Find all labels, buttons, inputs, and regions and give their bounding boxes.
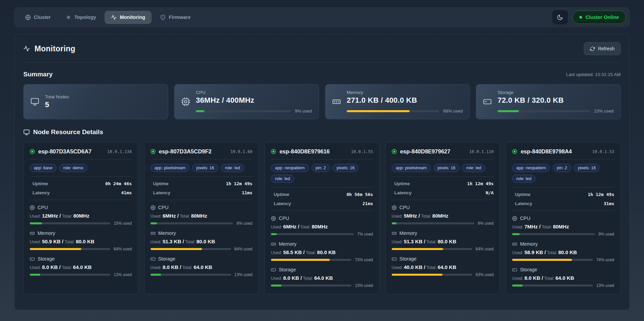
node-name: esp-807D3A5CD6A7: [38, 148, 92, 155]
progress-track: [512, 233, 595, 235]
summary-card: Memory 271.0 KB / 400.0 KB 68% used: [325, 84, 470, 119]
memory-icon: [271, 242, 276, 247]
progress-track: [30, 222, 110, 224]
resource-progress: 15% used: [30, 221, 132, 226]
summary-progress: 68% used: [347, 108, 463, 114]
progress-fill: [151, 222, 157, 224]
activity-icon: [111, 15, 117, 20]
activity-icon: [23, 45, 30, 52]
uptime-label: Uptime: [515, 192, 530, 197]
theme-toggle-button[interactable]: [552, 10, 568, 24]
resource-progress: 13% used: [512, 283, 614, 288]
uptime-value: 1h 12m 49s: [467, 181, 493, 186]
uptime-label: Uptime: [32, 181, 48, 186]
progress-track: [512, 259, 593, 261]
summary-card-label: Memory: [347, 90, 463, 95]
total-value: 80MHz: [553, 224, 569, 229]
node-header: esp-807D3A5CD9F2 10.0.1.60: [151, 148, 253, 155]
percent-used-label: 64% used: [476, 247, 493, 251]
resource-section: Storage Used: 8.0 KB / Total: 64.0 KB 13…: [30, 256, 132, 277]
monitor-icon: [23, 129, 30, 135]
used-value: 50.9 KB: [42, 239, 62, 244]
tab-firmware[interactable]: Firmware: [154, 11, 197, 24]
summary-heading: Summary: [23, 71, 53, 78]
cpu-icon: [512, 216, 517, 221]
progress-fill: [271, 233, 277, 235]
progress-track: [271, 285, 351, 287]
percent-used-label: 7% used: [357, 232, 373, 237]
latency-row: Latency 21ms: [271, 201, 373, 206]
node-card: esp-840D8E979627 10.0.1.110 app: pixelst…: [385, 142, 500, 294]
resource-usage: Used: 8.0 KB / Total: 64.0 KB: [30, 264, 132, 270]
asterisk-icon: [66, 15, 71, 20]
nodes-heading: Node Resource Details: [33, 128, 103, 136]
cluster-status-badge[interactable]: Cluster Online: [572, 10, 626, 24]
node-tag: role: led: [462, 164, 485, 172]
resource-name: Storage: [158, 256, 176, 262]
resource-section: CPU Used: 6MHz / Total: 80MHz 7% used: [271, 216, 373, 237]
used-value: 51.3 KB: [404, 239, 424, 244]
resource-section: CPU Used: 7MHz / Total: 80MHz 9% used: [512, 216, 614, 237]
progress-fill: [392, 274, 442, 276]
resource-usage: Used: 7MHz / Total: 80MHz: [512, 224, 614, 229]
uptime-row: Uptime 0h 56m 56s: [271, 192, 373, 197]
percent-used-label: 64% used: [114, 247, 132, 251]
percent-used-label: 23% used: [594, 108, 614, 114]
node-online-dot-icon: [271, 149, 276, 154]
progress-track: [271, 259, 351, 261]
latency-value: 31ms: [604, 201, 614, 206]
refresh-button[interactable]: Refresh: [584, 42, 621, 55]
tab-topology[interactable]: Topology: [59, 11, 102, 24]
nodes-header: Node Resource Details: [23, 128, 621, 136]
resource-name: CPU: [520, 216, 530, 221]
shield-icon: [160, 15, 166, 20]
used-value: 5MHz: [404, 213, 418, 219]
node-name: esp-807D3A5CD9F2: [159, 148, 212, 155]
nodes-grid: esp-807D3A5CD6A7 10.0.1.134 app: baserol…: [23, 142, 621, 294]
divider: [151, 159, 253, 159]
divider: [151, 200, 253, 200]
resource-progress: 64% used: [392, 247, 494, 251]
node-card: esp-840D8E979616 10.0.1.55 app: neopatte…: [264, 142, 380, 294]
resource-progress: 13% used: [30, 272, 132, 277]
progress-fill: [347, 110, 410, 112]
resource-name: Memory: [279, 241, 296, 247]
percent-used-label: 64% used: [234, 247, 252, 251]
progress-track: [30, 274, 110, 276]
node-tags: app: baserole: demo: [30, 164, 132, 172]
node-tag: pixels: 16: [434, 164, 460, 172]
node-ip: 10.0.1.134: [107, 149, 132, 154]
resource-usage: Used: 6MHz / Total: 80MHz: [271, 224, 373, 229]
uptime-label: Uptime: [153, 181, 169, 186]
latency-row: Latency 31ms: [512, 201, 614, 206]
progress-track: [151, 248, 231, 250]
node-tag: app: pixelstream: [151, 164, 190, 172]
used-value: 8.0 KB: [42, 264, 59, 270]
progress-fill: [151, 274, 161, 276]
progress-track: [151, 274, 231, 276]
uptime-label: Uptime: [394, 181, 410, 186]
divider: [392, 159, 494, 159]
cpu-icon: [271, 216, 276, 221]
resource-usage: Used: 50.9 KB / Total: 80.0 KB: [30, 239, 132, 244]
total-value: 80.0 KB: [76, 239, 94, 244]
node-tag: role: demo: [59, 164, 87, 172]
progress-track: [271, 233, 354, 235]
total-value: 80MHz: [312, 224, 328, 229]
used-value: 8.0 KB: [525, 275, 542, 281]
progress-track: [196, 110, 291, 112]
tab-monitoring[interactable]: Monitoring: [105, 11, 152, 24]
cluster-status-label: Cluster Online: [585, 15, 619, 20]
resource-progress: 6% used: [392, 221, 494, 226]
tab-cluster[interactable]: Cluster: [19, 11, 57, 24]
node-header: esp-840D8E979627 10.0.1.110: [392, 148, 494, 155]
node-name: esp-840D8E979627: [400, 148, 451, 155]
resource-section: CPU Used: 12MHz / Total: 80MHz 15% used: [30, 205, 132, 226]
progress-fill: [392, 222, 397, 224]
divider: [151, 176, 253, 177]
progress-fill: [196, 110, 204, 112]
resource-usage: Used: 6MHz / Total: 80MHz: [151, 213, 253, 219]
resource-name: Storage: [279, 267, 296, 272]
progress-track: [512, 285, 593, 287]
progress-fill: [271, 285, 281, 287]
